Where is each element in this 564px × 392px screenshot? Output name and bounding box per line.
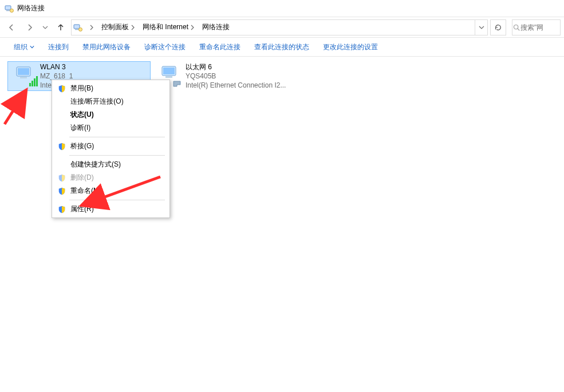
svg-line-7 xyxy=(518,28,519,30)
ctx-connect-disconnect[interactable]: 连接/断开连接(O) xyxy=(53,95,168,108)
search-box[interactable] xyxy=(512,19,561,35)
cmd-organize[interactable]: 组织 xyxy=(7,38,41,56)
svg-rect-14 xyxy=(36,76,38,86)
ctx-delete: 删除(D) xyxy=(53,171,168,184)
cmd-label: 组织 xyxy=(14,42,27,52)
cmd-connect-to[interactable]: 连接到 xyxy=(41,38,76,56)
shield-icon xyxy=(56,205,68,213)
ctx-separator xyxy=(69,200,165,200)
svg-rect-9 xyxy=(18,68,29,75)
search-icon xyxy=(512,23,520,31)
window: 网络连接 xyxy=(0,0,564,392)
ctx-separator xyxy=(69,155,165,156)
shield-icon xyxy=(56,85,68,93)
ctx-diagnose[interactable]: 诊断(I) xyxy=(53,121,168,134)
svg-line-18 xyxy=(5,90,26,124)
ctx-label: 禁用(B) xyxy=(68,84,164,93)
ctx-label: 属性(R) xyxy=(68,204,164,214)
breadcrumb-item-1[interactable]: 网络和 Internet xyxy=(139,20,199,35)
nav-up-button[interactable] xyxy=(53,19,69,35)
ctx-label: 删除(D) xyxy=(68,173,164,183)
nav-forward-button[interactable] xyxy=(22,19,38,35)
svg-rect-10 xyxy=(20,77,27,78)
address-dropdown-button[interactable] xyxy=(475,20,487,35)
cmd-label: 诊断这个连接 xyxy=(144,42,186,52)
cmd-disable-device[interactable]: 禁用此网络设备 xyxy=(76,38,137,56)
context-menu: 禁用(B) 连接/断开连接(O) 状态(U) 诊断(I) 桥接(G) xyxy=(52,80,170,218)
shield-icon xyxy=(56,187,68,195)
address-icon xyxy=(72,23,84,32)
refresh-button[interactable] xyxy=(490,19,506,35)
connection-text: 以太网 6 YQS405B Intel(R) Ethernet Connecti… xyxy=(186,62,286,90)
shield-icon xyxy=(56,174,68,182)
ctx-separator xyxy=(69,137,165,137)
breadcrumb-item-2[interactable]: 网络连接 xyxy=(199,20,232,35)
svg-point-2 xyxy=(10,9,14,12)
connection-name: WLAN 3 xyxy=(40,62,73,72)
cmd-diagnose[interactable]: 诊断这个连接 xyxy=(137,38,192,56)
chevron-down-icon xyxy=(30,43,34,51)
svg-rect-12 xyxy=(31,81,33,86)
address-bar[interactable]: 控制面板 网络和 Internet 网络连接 xyxy=(71,19,488,35)
svg-point-6 xyxy=(514,25,518,29)
command-bar: 组织 连接到 禁用此网络设备 诊断这个连接 重命名此连接 查看此连接的状态 更改… xyxy=(0,38,564,57)
ctx-bridge[interactable]: 桥接(G) xyxy=(53,140,168,153)
svg-rect-16 xyxy=(163,68,175,74)
content-area[interactable]: WLAN 3 MZ_618_1 Inte 以太网 6 YQS405B Intel… xyxy=(0,57,564,392)
connection-adapter: Intel(R) Ethernet Connection I2... xyxy=(186,81,286,90)
connection-icon-wifi xyxy=(10,62,40,91)
svg-point-5 xyxy=(79,27,82,31)
ctx-label: 状态(U) xyxy=(68,110,164,120)
ctx-label: 创建快捷方式(S) xyxy=(68,160,164,169)
chevron-right-icon xyxy=(129,25,137,30)
connection-detail: YQS405B xyxy=(186,72,286,81)
ctx-rename[interactable]: 重命名(M) xyxy=(53,184,168,197)
cmd-label: 禁用此网络设备 xyxy=(82,42,131,52)
search-input[interactable] xyxy=(520,23,561,31)
cmd-label: 更改此连接的设置 xyxy=(323,42,378,52)
breadcrumb-label: 网络和 Internet xyxy=(143,22,188,32)
ctx-label: 桥接(G) xyxy=(68,141,164,151)
shield-icon xyxy=(56,142,68,151)
ctx-label: 连接/断开连接(O) xyxy=(68,97,164,106)
ctx-create-shortcut[interactable]: 创建快捷方式(S) xyxy=(53,158,168,171)
chevron-right-icon xyxy=(88,25,96,30)
ctx-label: 诊断(I) xyxy=(68,123,164,133)
svg-rect-13 xyxy=(34,78,36,86)
chevron-right-icon xyxy=(188,25,196,30)
breadcrumb-root[interactable] xyxy=(84,20,98,35)
app-icon xyxy=(5,4,14,13)
navbar: 控制面板 网络和 Internet 网络连接 xyxy=(0,17,564,38)
breadcrumb-item-0[interactable]: 控制面板 xyxy=(98,20,139,35)
ctx-disable[interactable]: 禁用(B) xyxy=(53,82,168,95)
breadcrumb-label: 网络连接 xyxy=(202,22,230,32)
cmd-view-status[interactable]: 查看此连接的状态 xyxy=(247,38,316,56)
connection-name: 以太网 6 xyxy=(186,62,286,72)
svg-rect-17 xyxy=(165,76,172,78)
nav-back-button[interactable] xyxy=(3,19,19,35)
ctx-properties[interactable]: 属性(R) xyxy=(53,203,168,216)
cmd-label: 连接到 xyxy=(48,42,69,52)
svg-rect-3 xyxy=(74,25,80,29)
svg-rect-1 xyxy=(6,10,10,11)
svg-rect-11 xyxy=(29,83,31,86)
cmd-label: 重命名此连接 xyxy=(199,42,240,52)
cmd-change-settings[interactable]: 更改此连接的设置 xyxy=(316,38,385,56)
cmd-rename[interactable]: 重命名此连接 xyxy=(192,38,247,56)
ctx-status[interactable]: 状态(U) xyxy=(53,108,168,121)
svg-rect-4 xyxy=(75,29,78,30)
svg-rect-0 xyxy=(5,6,11,10)
breadcrumb: 控制面板 网络和 Internet 网络连接 xyxy=(84,20,475,35)
titlebar: 网络连接 xyxy=(0,0,564,17)
ctx-label: 重命名(M) xyxy=(68,186,164,196)
breadcrumb-label: 控制面板 xyxy=(101,22,129,32)
cmd-label: 查看此连接的状态 xyxy=(254,42,309,52)
nav-recent-button[interactable] xyxy=(40,19,50,35)
connection-item-ethernet[interactable]: 以太网 6 YQS405B Intel(R) Ethernet Connecti… xyxy=(153,61,297,91)
window-title: 网络连接 xyxy=(17,3,45,13)
